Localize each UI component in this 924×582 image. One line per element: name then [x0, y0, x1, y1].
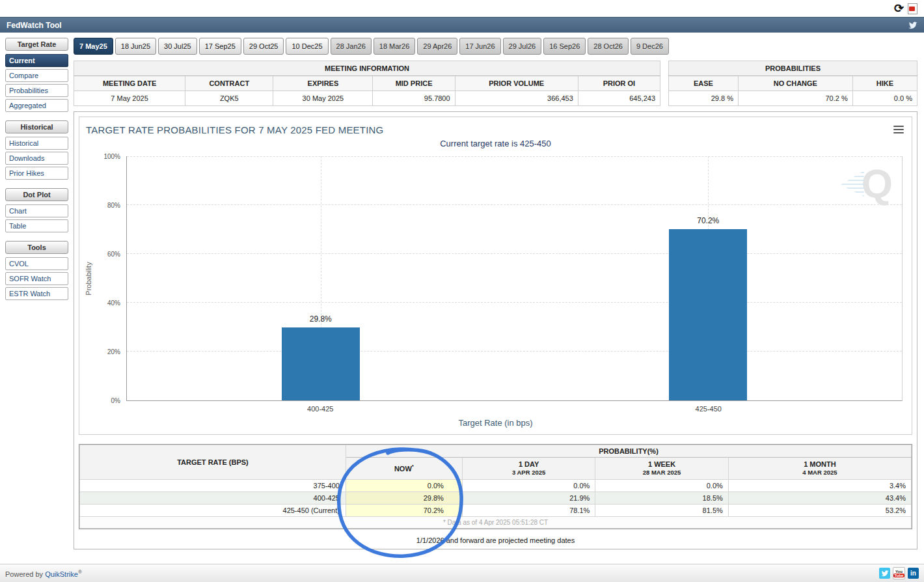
refresh-icon[interactable]: ⟳ [894, 3, 904, 14]
meeting-info-title: MEETING INFORMATION [74, 61, 660, 76]
sidebar-item-compare[interactable]: Compare [5, 69, 68, 82]
powered-by: Powered by QuikStrike® [5, 569, 82, 578]
sidebar-item-estr-watch[interactable]: ESTR Watch [5, 287, 68, 300]
ytick-0: 0% [111, 397, 120, 404]
col-1-month: 1 MONTH4 MAR 2025 [728, 458, 911, 480]
hike-value: 0.0 % [852, 91, 917, 106]
twitter-footer-icon[interactable] [879, 568, 890, 579]
linkedin-icon[interactable]: in [908, 568, 919, 579]
chart-subtitle: Current target rate is 425-450 [86, 139, 905, 148]
col-prior-volume: PRIOR VOLUME [455, 76, 578, 91]
col-1-week: 1 WEEK28 MAR 2025 [595, 458, 728, 480]
tab-18-jun25[interactable]: 18 Jun25 [115, 38, 156, 55]
week-425-450: 81.5% [595, 504, 728, 516]
plot-area: Q 29.8% 70.2% [126, 156, 903, 401]
day-400-425: 21.9% [462, 492, 595, 504]
col-hike: HIKE [852, 76, 917, 91]
col-meeting-date: MEETING DATE [74, 76, 185, 91]
probability-history-panel: TARGET RATE (BPS) PROBABILITY(%) NOW* 1 … [79, 444, 912, 529]
day-425-450: 78.1% [462, 504, 595, 516]
ytick-40: 40% [107, 299, 120, 307]
bar-label-425-450: 70.2% [697, 216, 719, 225]
contract-value: ZQK5 [185, 91, 273, 106]
now-375-400: 0.0% [346, 479, 462, 492]
tab-9-dec26[interactable]: 9 Dec26 [631, 38, 669, 55]
now-425-450: 70.2% [346, 504, 462, 516]
month-425-450: 53.2% [728, 504, 911, 516]
sidebar-item-probabilities[interactable]: Probabilities [5, 84, 68, 97]
ytick-100: 100% [103, 153, 120, 160]
sidebar-item-historical[interactable]: Historical [5, 137, 68, 150]
xtick-400-425: 400-425 [126, 401, 515, 413]
col-now: NOW* [346, 458, 462, 480]
chart-title: TARGET RATE PROBABILITIES FOR 7 MAY 2025… [86, 124, 383, 135]
bar-425-450 [669, 229, 747, 400]
tab-29-jul26[interactable]: 29 Jul26 [503, 38, 542, 55]
bar-slot-400-425: 29.8% [127, 156, 515, 400]
youtube-icon[interactable]: You Tube [893, 567, 905, 579]
tab-7-may25[interactable]: 7 May25 [74, 38, 113, 55]
tab-10-dec25[interactable]: 10 Dec25 [286, 38, 328, 55]
col-1-day: 1 DAY3 APR 2025 [462, 458, 595, 480]
bar-label-400-425: 29.8% [310, 314, 332, 324]
app-header: FedWatch Tool [0, 17, 924, 33]
now-400-425: 29.8% [346, 492, 462, 504]
expires-value: 30 May 2025 [273, 91, 373, 106]
sidebar-item-downloads[interactable]: Downloads [5, 152, 68, 165]
month-375-400: 3.4% [728, 479, 911, 492]
rate-400-425: 400-425 [80, 492, 346, 504]
sidebar-item-prior-hikes[interactable]: Prior Hikes [5, 167, 68, 180]
tab-16-sep26[interactable]: 16 Sep26 [543, 38, 586, 55]
no-change-value: 70.2 % [738, 91, 852, 106]
sidebar-item-current[interactable]: Current [5, 54, 68, 67]
bar-400-425 [282, 327, 360, 400]
projection-note: 1/1/2026 and forward are projected meeti… [79, 536, 912, 544]
pdf-icon[interactable] [908, 3, 917, 14]
prior-oi-value: 645,243 [578, 91, 660, 106]
ytick-20: 20% [107, 348, 120, 355]
rate-375-400: 375-400 [80, 479, 346, 492]
tab-29-oct25[interactable]: 29 Oct25 [243, 38, 284, 55]
quikstrike-watermark: Q [841, 165, 893, 202]
twitter-icon[interactable] [908, 21, 917, 30]
page-footer: Powered by QuikStrike® You Tube in [0, 564, 924, 582]
tab-29-apr26[interactable]: 29 Apr26 [417, 38, 457, 55]
sidebar-item-aggregated[interactable]: Aggregated [5, 99, 68, 112]
sidebar-section-target-rate: Target Rate [5, 38, 68, 51]
y-axis-ticks: 0% 20% 40% 60% 80% 100% [86, 156, 126, 400]
main-panel: TARGET RATE PROBABILITIES FOR 7 MAY 2025… [74, 111, 917, 549]
tab-17-sep25[interactable]: 17 Sep25 [199, 38, 241, 55]
ytick-60: 60% [107, 251, 120, 258]
browser-top-strip: ⟳ [0, 0, 924, 17]
meeting-info-panel: MEETING INFORMATION MEETING DATE CONTRAC… [74, 61, 660, 106]
chart-panel: TARGET RATE PROBABILITIES FOR 7 MAY 2025… [79, 117, 912, 435]
xtick-425-450: 425-450 [515, 401, 903, 413]
sidebar-item-cvol[interactable]: CVOL [5, 257, 68, 270]
tab-28-jan26[interactable]: 28 Jan26 [331, 38, 372, 55]
table-row: 400-425 29.8% 21.9% 18.5% 43.4% [80, 492, 912, 504]
col-expires: EXPIRES [273, 76, 373, 91]
watermark-stripes [841, 171, 864, 197]
col-prior-oi: PRIOR OI [578, 76, 660, 91]
watermark-q: Q [862, 165, 893, 202]
quikstrike-link[interactable]: QuikStrike [45, 570, 78, 577]
row-header-target-rate: TARGET RATE (BPS) [80, 445, 346, 480]
sidebar-item-sofr-watch[interactable]: SOFR Watch [5, 272, 68, 285]
col-contract: CONTRACT [185, 76, 273, 91]
tab-17-jun26[interactable]: 17 Jun26 [459, 38, 500, 55]
tab-30-jul25[interactable]: 30 Jul25 [158, 38, 197, 55]
col-mid-price: MID PRICE [373, 76, 455, 91]
sidebar-section-historical: Historical [5, 120, 68, 133]
social-icons: You Tube in [879, 567, 919, 579]
tab-18-mar26[interactable]: 18 Mar26 [374, 38, 415, 55]
mid-price-value: 95.7800 [373, 91, 455, 106]
meeting-date-value: 7 May 2025 [74, 91, 185, 106]
tab-28-oct26[interactable]: 28 Oct26 [588, 38, 629, 55]
sidebar-item-chart[interactable]: Chart [5, 204, 68, 217]
probabilities-title: PROBABILITIES [669, 61, 917, 76]
chart-menu-icon[interactable] [892, 122, 905, 137]
sidebar-item-table[interactable]: Table [5, 219, 68, 232]
day-375-400: 0.0% [462, 479, 595, 492]
ease-value: 29.8 % [669, 91, 739, 106]
probabilities-panel: PROBABILITIES EASE NO CHANGE HIKE 29.8 %… [668, 61, 917, 106]
